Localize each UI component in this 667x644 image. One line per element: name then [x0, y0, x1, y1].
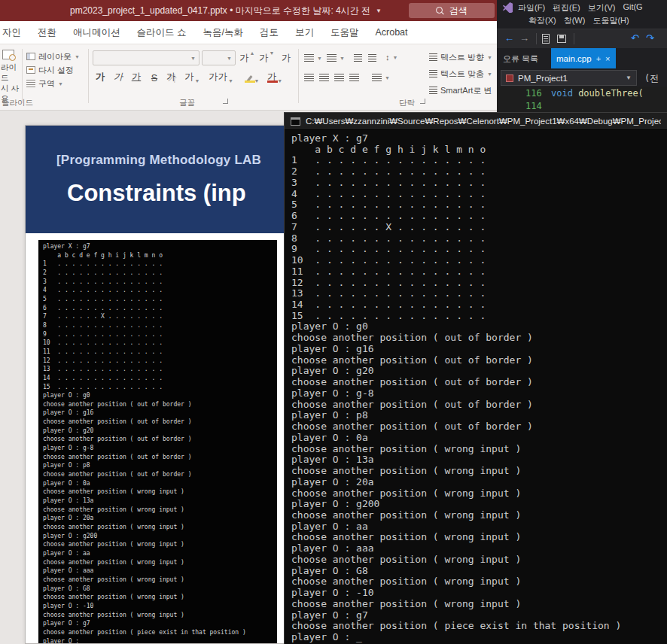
project-icon [506, 74, 513, 82]
vs-menu-view[interactable]: 보기(V) [588, 2, 616, 14]
justify-button[interactable] [349, 71, 359, 84]
character-spacing-button[interactable]: 가 ▼ [184, 69, 199, 84]
slide-console-screenshot: player X : g7 a b c d e f g h i j k l m … [38, 240, 277, 643]
pin-icon[interactable]: + [596, 54, 601, 63]
ribbon-tab-design[interactable]: 자인 [0, 21, 29, 44]
title-chevron-down-icon[interactable]: ▼ [376, 8, 382, 14]
highlight-color-button[interactable]: ▼ [242, 69, 262, 84]
vs-menu-git[interactable]: Git(G [623, 2, 642, 14]
clear-format-glyph: 가 [282, 52, 291, 65]
ribbon-tab-acrobat[interactable]: Acrobat [367, 21, 416, 44]
reset-button[interactable]: 다시 설정 [26, 64, 74, 76]
reuse-slides-icon [2, 50, 14, 59]
font-name-select[interactable]: ▼ [93, 50, 199, 65]
vs-menu-extensions[interactable]: 확장(X) [528, 15, 556, 26]
navigate-back-icon[interactable]: ← [504, 32, 514, 44]
ribbon-tab-transitions[interactable]: 전환 [29, 21, 65, 44]
italic-glyph: 가 [114, 71, 123, 84]
font-color-button[interactable]: 가 ▼ [265, 69, 285, 84]
font-dialog-launcher-icon[interactable] [223, 99, 228, 104]
vs-menu-file[interactable]: 파일(F) [518, 2, 545, 14]
error-list-label[interactable]: 오류 목록 [503, 53, 538, 65]
document-title-row: pm2023_project_1_updated_0417.pptx • 마지막… [70, 0, 382, 21]
clear-formatting-button[interactable]: 가 [279, 50, 294, 65]
change-case-button[interactable]: 가가 ▼ [209, 69, 233, 84]
font-size-select[interactable]: ▼ [202, 50, 236, 65]
reuse-slides-button[interactable]: 라이드 시 사용 [1, 50, 21, 104]
section-button[interactable]: 구역 ▼ [26, 77, 63, 90]
align-left-button[interactable] [304, 71, 314, 84]
paragraph-dialog-launcher-icon[interactable] [420, 99, 425, 104]
navigate-forward-icon[interactable]: → [519, 32, 529, 44]
convert-to-smartart-button[interactable]: SmartArt로 변 [429, 84, 492, 97]
numbering-button[interactable]: ▼ [327, 52, 345, 64]
bold-glyph: 가 [96, 71, 105, 84]
code-text: doubleThree( [573, 88, 644, 99]
text-direction-button[interactable]: 텍스트 방향 ▼ [429, 50, 492, 64]
chevron-down-icon: ▼ [75, 54, 80, 59]
project-selector[interactable]: PM_Project1 ▼ [501, 70, 637, 86]
search-icon [436, 7, 444, 15]
save-icon[interactable] [557, 35, 566, 43]
bulleted-list-icon [304, 54, 314, 62]
vs-menu-help[interactable]: 도움말(H) [592, 15, 629, 26]
layout-label: 레이아웃 [38, 51, 72, 62]
layout-button[interactable]: 레이아웃 ▼ [26, 50, 80, 62]
ribbon-tab-record[interactable]: 녹음/녹화 [194, 21, 251, 44]
new-file-icon[interactable] [542, 34, 550, 44]
italic-button[interactable]: 가 [111, 69, 126, 84]
decrease-indent-button[interactable] [354, 52, 362, 64]
vs-menu-window[interactable]: 창(W) [564, 15, 586, 26]
strikethrough-glyph: S [151, 73, 157, 84]
line-number: 116 [525, 88, 542, 99]
console-output[interactable]: player X : g7 a b c d e f g h i j k l m … [285, 130, 667, 644]
redo-icon[interactable]: ↷ [646, 32, 654, 44]
section-icon [26, 80, 35, 87]
code-keyword: void [551, 88, 573, 99]
slide-subtitle-text: [Programming Methodology LAB [56, 153, 261, 168]
project-name: PM_Project1 [518, 74, 568, 83]
ribbon-tab-review[interactable]: 검토 [251, 21, 287, 44]
line-number: 114 [525, 101, 542, 111]
align-text-label: 텍스트 맞춤 [440, 68, 484, 80]
console-titlebar[interactable]: C:₩Users₩zzannzini₩Source₩Repos₩Celenort… [285, 113, 667, 130]
ribbon-tab-help[interactable]: 도움말 [322, 21, 367, 44]
search-label: 검색 [449, 5, 468, 17]
ribbon-tab-slideshow[interactable]: 슬라이드 쇼 [129, 21, 195, 44]
align-right-button[interactable] [334, 71, 344, 84]
search-box[interactable]: 검색 [409, 3, 495, 18]
toolbar-separator [536, 33, 537, 44]
group-label-paragraph: 단락 [399, 98, 415, 108]
grow-font-glyph: 가 [239, 52, 249, 65]
text-direction-icon [429, 53, 437, 62]
underline-button[interactable]: 가 [129, 69, 144, 84]
console-title: C:₩Users₩zzannzini₩Source₩Repos₩Celenort… [306, 117, 661, 126]
close-icon[interactable]: × [605, 54, 610, 63]
bold-button[interactable]: 가 [93, 69, 108, 84]
undo-icon[interactable]: ↶ [631, 32, 639, 44]
smartart-label: SmartArt로 변 [440, 85, 492, 96]
columns-button[interactable]: ▼ [372, 71, 390, 84]
increase-indent-button[interactable] [368, 52, 376, 64]
case-glyph: 가가 [209, 71, 227, 84]
align-center-button[interactable] [319, 71, 329, 84]
bullets-button[interactable]: ▼ [304, 52, 322, 64]
code-editor[interactable]: 116 void doubleThree( 114 [497, 87, 667, 113]
vs-menu-edit[interactable]: 편집(E) [553, 2, 580, 14]
chevron-down-icon: ▼ [385, 75, 390, 80]
strikethrough-button[interactable]: S [147, 69, 162, 84]
align-center-icon [319, 74, 329, 82]
ribbon-tab-animations[interactable]: 애니메이션 [65, 21, 129, 44]
chevron-down-icon: ▼ [190, 56, 196, 61]
toolbar-separator [574, 33, 574, 44]
line-spacing-button[interactable]: ↕ ▼ [385, 51, 397, 63]
tab-main-cpp[interactable]: main.cpp + × [551, 48, 616, 68]
increase-font-size-button[interactable]: 가 ▲ [239, 50, 254, 65]
ribbon-tab-view[interactable]: 보기 [287, 21, 322, 44]
console-window: C:₩Users₩zzannzini₩Source₩Repos₩Celenort… [284, 112, 667, 644]
decrease-font-size-button[interactable]: 가 ▼ [259, 50, 274, 65]
highlight-color-bar [245, 80, 255, 83]
chevron-down-icon: ▼ [58, 81, 63, 87]
align-text-button[interactable]: 텍스트 맞춤 ▼ [429, 67, 492, 80]
text-shadow-button[interactable]: 가 [163, 69, 178, 84]
